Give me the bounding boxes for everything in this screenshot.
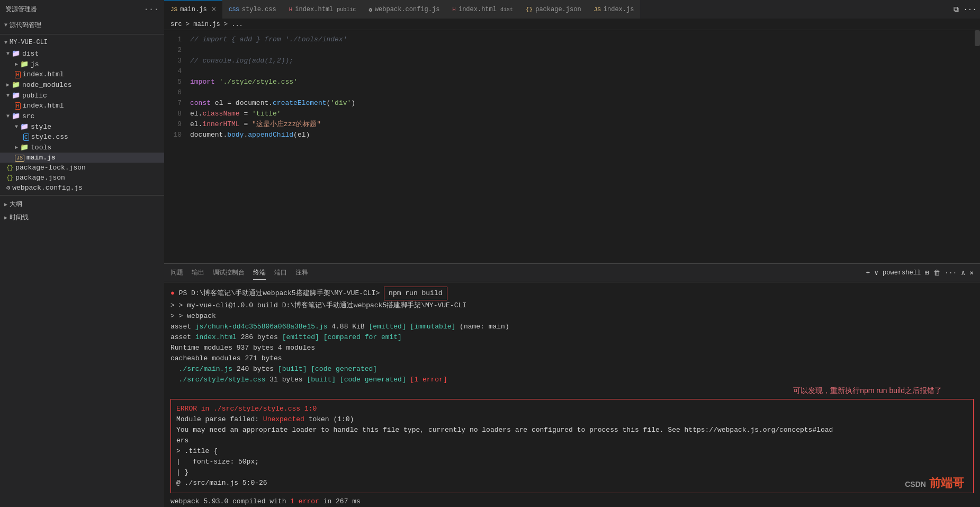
tree-item-webpackconfigjs[interactable]: ⚙ webpack.config.js — [0, 183, 164, 193]
tab-indexhtml[interactable]: Hindex.htmldist — [446, 0, 519, 19]
plus-icon[interactable]: + — [866, 269, 870, 277]
file-tree: ▼📁 dist▶📁 jsH index.html▶📁 node_modules▼… — [0, 48, 164, 193]
folder-blue-icon: 📁 — [12, 49, 20, 58]
tree-item-indexhtml[interactable]: H index.html — [0, 101, 164, 111]
panel-tab-终端[interactable]: 终端 — [253, 266, 266, 280]
tree-item-label: index.html — [23, 102, 64, 110]
close-panel-icon[interactable]: ✕ — [969, 269, 974, 277]
tree-item-dist[interactable]: ▼📁 dist — [0, 48, 164, 59]
error-line2: Module parse failed: Unexpected token (1… — [176, 414, 968, 425]
code-editor[interactable]: 12345678910 // import { add } from './to… — [164, 30, 980, 263]
tab-indexhtml[interactable]: Hindex.htmlpublic — [283, 0, 363, 19]
error-box: ERROR in ./src/style/style.css 1:0 Modul… — [170, 399, 974, 493]
error-line7: | } — [176, 467, 968, 478]
js-icon: JS — [594, 6, 601, 13]
sidebar-title-label: 资源管理器 — [5, 5, 37, 14]
panel-tab-问题[interactable]: 问题 — [170, 266, 183, 280]
annotation: 可以发现，重新执行npm run build之后报错了 — [170, 385, 974, 396]
tree-item-packagejson[interactable]: {} package.json — [0, 173, 164, 183]
tab-label: webpack.config.js — [375, 6, 439, 13]
annotation-text: 可以发现，重新执行npm run build之后报错了 — [793, 385, 942, 396]
split-editor-icon[interactable]: ⧉ — [951, 5, 961, 14]
code-line-7: const el = document.createElement('div') — [188, 98, 975, 109]
sidebar-header: 资源管理器 ··· — [0, 5, 164, 14]
tree-item-label: style — [31, 123, 51, 131]
tab-packagejson[interactable]: {}package.json — [519, 0, 588, 19]
tree-item-packagelockjson[interactable]: {} package-lock.json — [0, 163, 164, 173]
more-actions-icon[interactable]: ··· — [965, 5, 975, 14]
tab-webpackconfig.js[interactable]: ⚙webpack.config.js — [362, 0, 446, 19]
explorer-label: MY-VUE-CLI — [10, 39, 48, 46]
chevron-up-icon[interactable]: ∧ — [961, 269, 965, 277]
tab-badge: dist — [500, 7, 513, 13]
panel-tabs: 问题输出调试控制台终端端口注释 + ∨ powershell ⊞ 🗑 ··· ∧… — [164, 264, 980, 282]
tree-item-label: node_modules — [22, 81, 72, 89]
sidebar: ▼ 源代码管理 ▼ MY-VUE-CLI ▼📁 dist▶📁 jsH index… — [0, 19, 164, 507]
explorer-section[interactable]: ▼ MY-VUE-CLI — [0, 37, 164, 48]
folder-icon: 📁 — [12, 81, 20, 89]
css-icon: CSS — [229, 6, 239, 13]
folder-blue-icon: 📁 — [12, 91, 20, 100]
tab-mainjs[interactable]: JSmain.js× — [164, 0, 222, 19]
code-line-3: // console.log(add(1,2)); — [188, 56, 975, 66]
timeline-section[interactable]: ▶ 时间线 — [0, 211, 164, 224]
chevron-icon: ▼ — [6, 113, 10, 119]
gear-icon: ⚙ — [368, 6, 372, 13]
line-number-4: 4 — [164, 66, 182, 77]
trash-icon[interactable]: 🗑 — [933, 269, 940, 277]
tree-item-tools[interactable]: ▶📁 tools — [0, 142, 164, 153]
tab-label: main.js — [180, 6, 206, 13]
chevron-outline: ▶ — [4, 201, 7, 208]
tab-stylecss[interactable]: CSSstyle.css — [222, 0, 283, 19]
terminal-line: cacheable modules 271 bytes — [170, 353, 974, 364]
tab-label: index.html — [458, 6, 497, 13]
chevron-icon: ▶ — [15, 61, 18, 67]
panel-tab-调试控制台[interactable]: 调试控制台 — [213, 266, 245, 280]
tree-item-nodemodules[interactable]: ▶📁 node_modules — [0, 79, 164, 90]
breadcrumb-path: src > main.js > ... — [170, 21, 243, 28]
panel-tab-注释[interactable]: 注释 — [295, 266, 308, 280]
editor-tabs: JSmain.js×CSSstyle.cssHindex.htmlpublic⚙… — [164, 0, 946, 19]
panel-tab-端口[interactable]: 端口 — [274, 266, 287, 280]
tree-item-js[interactable]: ▶📁 js — [0, 59, 164, 69]
more-panel-icon[interactable]: ··· — [945, 269, 957, 277]
code-line-1: // import { add } from './tools/index' — [188, 34, 975, 45]
scrollbar[interactable] — [975, 30, 980, 263]
panel-controls: + ∨ powershell ⊞ 🗑 ··· ∧ ✕ — [866, 269, 974, 277]
tab-label: style.css — [242, 6, 276, 13]
outline-section[interactable]: ▶ 大纲 — [0, 198, 164, 211]
error-line3: You may need an appropriate loader to ha… — [176, 425, 968, 435]
chevron-icon: ▼ — [6, 51, 10, 57]
editor-area: src > main.js > ... 12345678910 // impor… — [164, 19, 980, 507]
chevron-timeline: ▶ — [4, 215, 7, 221]
gear-icon: ⚙ — [6, 184, 10, 192]
close-tab-icon[interactable]: × — [212, 5, 216, 14]
terminal-content[interactable]: ● PS D:\博客笔记\手动通过webpack5搭建脚手架\MY-VUE-CL… — [164, 282, 980, 507]
chevron-down-icon[interactable]: ∨ — [874, 269, 878, 277]
panel-tab-输出[interactable]: 输出 — [192, 266, 204, 280]
window-controls: ⧉ ··· — [946, 5, 980, 14]
terminal-line: Runtime modules 937 bytes 4 modules — [170, 343, 974, 353]
chevron-icon: ▼ — [4, 22, 7, 28]
tree-item-public[interactable]: ▼📁 public — [0, 90, 164, 101]
tree-item-stylecss[interactable]: C style.css — [0, 132, 164, 142]
split-terminal-icon[interactable]: ⊞ — [925, 269, 929, 277]
code-line-10: document.body.appendChild(el) — [188, 130, 975, 140]
chevron-icon: ▼ — [15, 124, 18, 130]
tree-item-label: tools — [31, 144, 51, 152]
tree-item-label: public — [22, 92, 47, 100]
tab-label: index.html — [295, 6, 333, 13]
tree-item-mainjs[interactable]: JS main.js — [0, 153, 164, 163]
line-number-1: 1 — [164, 34, 182, 45]
more-icon[interactable]: ··· — [143, 5, 159, 14]
source-control-section[interactable]: ▼ 源代码管理 — [0, 19, 164, 32]
chevron-icon: ▶ — [15, 144, 18, 150]
tree-item-src[interactable]: ▼📁 src — [0, 111, 164, 121]
tree-item-style[interactable]: ▼📁 style — [0, 121, 164, 132]
code-content[interactable]: // import { add } from './tools/index' /… — [188, 30, 975, 263]
code-line-8: el.className = 'title' — [188, 109, 975, 119]
html-icon: H — [15, 102, 21, 110]
tree-item-indexhtml[interactable]: H index.html — [0, 69, 164, 79]
line-number-7: 7 — [164, 98, 182, 109]
tab-indexjs[interactable]: JSindex.js — [588, 0, 641, 19]
